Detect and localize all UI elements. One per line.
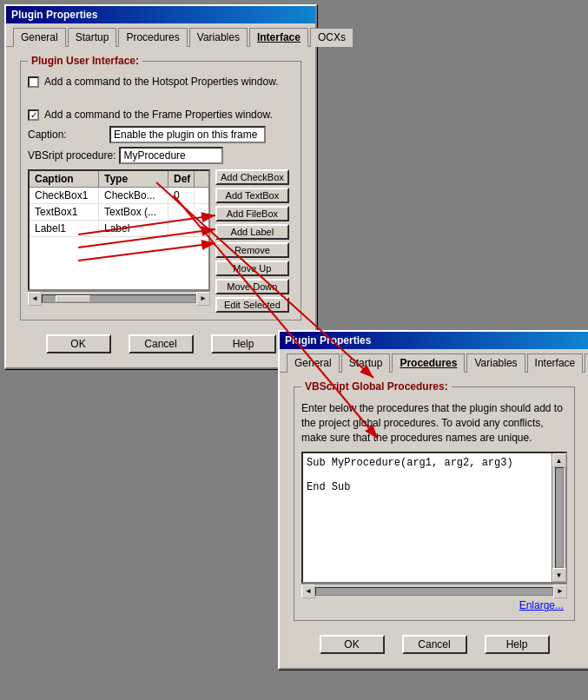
plugin-ui-section: Plugin User Interface: Add a command to … [20, 61, 301, 320]
dialog-plugin-properties-1: Plugin Properties General Startup Proced… [4, 4, 317, 369]
props-table-container: Caption Type Def CheckBox1 CheckBo... 0 … [28, 169, 210, 313]
dialog1-content: Plugin User Interface: Add a command to … [6, 47, 315, 367]
scroll-track[interactable] [42, 294, 196, 303]
tab-ocxs-1[interactable]: OCXs [310, 28, 353, 47]
add-checkbox-button[interactable]: Add CheckBox [215, 169, 289, 185]
ok-button-1[interactable]: OK [46, 334, 111, 353]
remove-button[interactable]: Remove [215, 242, 289, 258]
row3-def [168, 221, 195, 236]
vertical-scrollbar[interactable]: ▲ ▼ [552, 453, 565, 582]
action-buttons: Add CheckBox Add TextBox Add FileBox Add… [215, 169, 289, 313]
dialog2-footer: OK Cancel Help [287, 628, 582, 661]
dialog1-footer: OK Cancel Help [13, 327, 308, 360]
frame-checkbox[interactable] [28, 109, 39, 121]
hscroll-left-icon[interactable]: ◄ [301, 584, 315, 598]
tab-variables-2[interactable]: Variables [466, 353, 525, 373]
vbscript-label: VBSript procedure: [28, 149, 116, 162]
code-area: Sub MyProcedure(arg1, arg2, arg3) End Su… [301, 452, 567, 584]
code-textarea[interactable]: Sub MyProcedure(arg1, arg2, arg3) End Su… [303, 453, 552, 582]
tab-startup-1[interactable]: Startup [68, 28, 117, 47]
frame-checkbox-row: Add a command to the Frame Properties wi… [28, 109, 294, 121]
caption-row: Caption: [28, 126, 294, 143]
hotspot-checkbox-label: Add a command to the Hotspot Properties … [44, 76, 278, 88]
add-filebox-button[interactable]: Add FileBox [215, 206, 289, 221]
row1-def: 0 [168, 188, 195, 203]
scroll-up-icon[interactable]: ▲ [552, 453, 566, 467]
dialog-title-2: Plugin Properties [285, 334, 371, 347]
scroll-right-icon[interactable]: ► [196, 292, 210, 306]
caption-input[interactable] [109, 126, 266, 143]
hotspot-checkbox-row: Add a command to the Hotspot Properties … [28, 76, 294, 88]
move-down-button[interactable]: Move Down [215, 279, 289, 294]
enlarge-row: Enlarge... [301, 598, 567, 613]
scroll-left-icon[interactable]: ◄ [28, 292, 42, 306]
scroll-thumb[interactable] [56, 295, 90, 302]
dialog-plugin-properties-2: Plugin Properties General Startup Proced… [278, 330, 588, 670]
tab-startup-2[interactable]: Startup [341, 353, 391, 373]
ok-button-2[interactable]: OK [320, 635, 385, 654]
row2-caption: TextBox1 [30, 204, 99, 220]
table-header: Caption Type Def [30, 171, 208, 188]
code-hscrollbar[interactable]: ◄ ► [301, 584, 567, 598]
vbscript-section: VBScript Global Procedures: Enter below … [294, 386, 575, 621]
plugin-ui-legend: Plugin User Interface: [28, 55, 142, 67]
table-scrollbar[interactable]: ◄ ► [28, 291, 210, 305]
tab-procedures-2[interactable]: Procedures [392, 353, 465, 373]
table-buttons-area: Caption Type Def CheckBox1 CheckBo... 0 … [28, 169, 294, 313]
help-button-2[interactable]: Help [485, 635, 550, 654]
header-type: Type [99, 171, 168, 187]
dialog2-content: VBScript Global Procedures: Enter below … [280, 373, 588, 668]
scroll-down-icon[interactable]: ▼ [552, 568, 566, 582]
row3-caption: Label1 [30, 221, 99, 236]
table-row[interactable]: CheckBox1 CheckBo... 0 [30, 188, 208, 204]
dialog-titlebar-2: Plugin Properties [280, 332, 588, 349]
header-caption: Caption [30, 171, 99, 187]
tab-bar-2: General Startup Procedures Variables Int… [280, 349, 588, 373]
tab-general-2[interactable]: General [287, 353, 340, 373]
header-def: Def [168, 171, 195, 187]
tab-interface-2[interactable]: Interface [527, 353, 584, 373]
cancel-button-2[interactable]: Cancel [402, 635, 467, 654]
row3-type: Label [99, 221, 168, 236]
row1-caption: CheckBox1 [30, 188, 99, 203]
dialog-titlebar-1: Plugin Properties [6, 6, 315, 23]
tab-bar-1: General Startup Procedures Variables Int… [6, 23, 315, 47]
table-row[interactable]: TextBox1 TextBox (... [30, 204, 208, 221]
tab-interface-1[interactable]: Interface [249, 28, 308, 47]
row1-type: CheckBo... [99, 188, 168, 203]
enlarge-link[interactable]: Enlarge... [519, 599, 564, 611]
vbscript-row: VBSript procedure: [28, 147, 294, 164]
caption-label: Caption: [28, 129, 106, 141]
cancel-button-1[interactable]: Cancel [129, 334, 194, 353]
tab-variables-1[interactable]: Variables [189, 28, 248, 47]
dialog-title-1: Plugin Properties [11, 9, 97, 21]
move-up-button[interactable]: Move Up [215, 261, 289, 276]
tab-procedures-1[interactable]: Procedures [118, 28, 187, 47]
hscroll-track[interactable] [315, 587, 553, 596]
tab-general-1[interactable]: General [13, 28, 66, 47]
add-label-button[interactable]: Add Label [215, 224, 289, 240]
row2-type: TextBox (... [99, 204, 168, 220]
frame-checkbox-label: Add a command to the Frame Properties wi… [44, 109, 273, 121]
edit-selected-button[interactable]: Edit Selected [215, 297, 289, 313]
hotspot-checkbox[interactable] [28, 76, 39, 88]
hscroll-right-icon[interactable]: ► [553, 584, 567, 598]
table-empty-area [30, 237, 208, 289]
props-table: Caption Type Def CheckBox1 CheckBo... 0 … [28, 169, 210, 291]
table-row[interactable]: Label1 Label [30, 221, 208, 237]
vbscript-description: Enter below the procedures that the plug… [301, 401, 567, 445]
help-button-1[interactable]: Help [211, 334, 276, 353]
vbscript-description-area: Enter below the procedures that the plug… [301, 401, 567, 613]
vscroll-track[interactable] [555, 467, 564, 568]
tab-ocxs-2[interactable]: OCXs [585, 353, 588, 373]
row2-def [168, 204, 195, 220]
vbscript-legend: VBScript Global Procedures: [301, 380, 452, 393]
add-textbox-button[interactable]: Add TextBox [215, 188, 289, 203]
vbscript-input[interactable] [119, 147, 223, 164]
